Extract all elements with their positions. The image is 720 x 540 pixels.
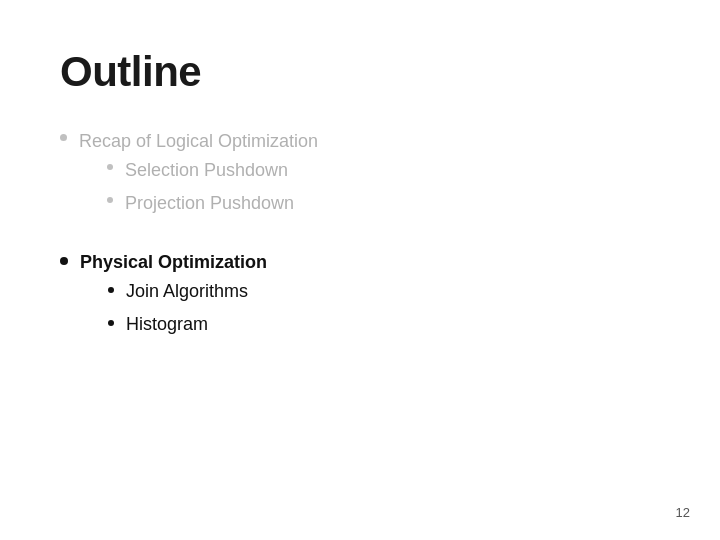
bullet-dot-recap — [60, 134, 67, 141]
bullet-dot-projection — [107, 197, 113, 203]
slide-content: Recap of Logical Optimization Selection … — [60, 128, 660, 346]
recap-label: Recap of Logical Optimization — [79, 131, 318, 151]
bullet-dot-join — [108, 287, 114, 293]
physical-sub-bullets: Join Algorithms Histogram — [108, 278, 267, 338]
histogram-label: Histogram — [126, 311, 208, 338]
join-label: Join Algorithms — [126, 278, 248, 305]
bullet-projection: Projection Pushdown — [107, 190, 318, 217]
physical-label: Physical Optimization — [80, 252, 267, 272]
page-number: 12 — [676, 505, 690, 520]
bullet-dot-selection — [107, 164, 113, 170]
bullet-histogram: Histogram — [108, 311, 267, 338]
bullet-join: Join Algorithms — [108, 278, 267, 305]
slide-title: Outline — [60, 48, 660, 96]
bullet-recap: Recap of Logical Optimization Selection … — [60, 128, 660, 225]
projection-label: Projection Pushdown — [125, 190, 294, 217]
bullet-selection: Selection Pushdown — [107, 157, 318, 184]
selection-label: Selection Pushdown — [125, 157, 288, 184]
bullet-physical: Physical Optimization Join Algorithms Hi… — [60, 249, 660, 346]
bullet-dot-histogram — [108, 320, 114, 326]
slide: Outline Recap of Logical Optimization Se… — [0, 0, 720, 540]
recap-sub-bullets: Selection Pushdown Projection Pushdown — [107, 157, 318, 217]
bullet-dot-physical — [60, 257, 68, 265]
